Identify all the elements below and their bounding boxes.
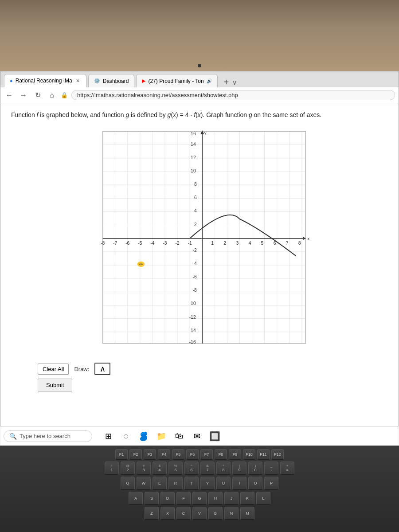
back-button[interactable]: ← bbox=[4, 91, 15, 99]
key-q[interactable]: Q bbox=[121, 477, 135, 490]
key-z[interactable]: Z bbox=[145, 507, 159, 520]
key-6[interactable]: ^6 bbox=[184, 462, 199, 475]
key-o[interactable]: O bbox=[248, 477, 262, 490]
key-f9[interactable]: F9 bbox=[229, 449, 241, 460]
tab-rational-reasoning[interactable]: ● Rational Reasoning IMa ✕ bbox=[4, 74, 86, 87]
y-tick-6: 6 bbox=[194, 195, 197, 200]
submit-button[interactable]: Submit bbox=[38, 379, 72, 391]
key-y[interactable]: Y bbox=[200, 477, 215, 490]
key-l[interactable]: L bbox=[256, 492, 270, 505]
reload-button[interactable]: ↻ bbox=[32, 91, 43, 99]
key-e[interactable]: E bbox=[153, 477, 167, 490]
key-f4[interactable]: F4 bbox=[158, 449, 170, 460]
key-s[interactable]: S bbox=[145, 492, 159, 505]
home-button[interactable]: ⌂ bbox=[47, 91, 57, 99]
y-axis-label: y bbox=[204, 130, 207, 135]
y-tick-n4: -4 bbox=[193, 261, 197, 266]
laptop-body: ● Rational Reasoning IMa ✕ ⚙️ Dashboard … bbox=[0, 71, 399, 532]
y-tick-10: 10 bbox=[191, 168, 196, 173]
tab-title-3: (27) Proud Family - Ton bbox=[148, 78, 203, 84]
tab-nav-chevron[interactable]: ∨ bbox=[232, 79, 237, 86]
key-3[interactable]: #3 bbox=[137, 462, 151, 475]
cortana-button[interactable]: ○ bbox=[119, 429, 133, 443]
key-t[interactable]: T bbox=[184, 477, 199, 490]
key-f1[interactable]: F1 bbox=[115, 449, 128, 460]
search-bar[interactable]: 🔍 Type here to search bbox=[4, 430, 92, 442]
key-0[interactable]: )0 bbox=[248, 462, 262, 475]
key-b[interactable]: B bbox=[208, 507, 223, 520]
x-tick-8: 8 bbox=[298, 241, 301, 246]
forward-button[interactable]: → bbox=[18, 91, 29, 99]
x-tick-1: 1 bbox=[211, 241, 214, 246]
key-u[interactable]: U bbox=[216, 477, 231, 490]
x-axis-label: x bbox=[307, 236, 310, 241]
key-f12[interactable]: F12 bbox=[271, 449, 284, 460]
y-tick-14: 14 bbox=[191, 142, 196, 147]
key-f8[interactable]: F8 bbox=[215, 449, 227, 460]
key-1[interactable]: !1 bbox=[105, 462, 119, 475]
address-input[interactable] bbox=[71, 90, 395, 100]
key-g[interactable]: G bbox=[192, 492, 207, 505]
key-m[interactable]: M bbox=[240, 507, 254, 520]
problem-statement: Function f is graphed below, and functio… bbox=[11, 110, 388, 120]
edge-button[interactable] bbox=[137, 429, 151, 443]
start-button[interactable]: ⊞ bbox=[101, 429, 115, 443]
tab-close-1[interactable]: ✕ bbox=[75, 78, 81, 84]
mail-button[interactable]: ✉ bbox=[190, 429, 204, 443]
ms-office-button[interactable]: 🔲 bbox=[207, 429, 222, 443]
key-r[interactable]: R bbox=[168, 477, 183, 490]
tab-nav-buttons: + ∨ bbox=[219, 77, 239, 87]
key-f11[interactable]: F11 bbox=[257, 449, 270, 460]
laptop-lid bbox=[0, 0, 399, 71]
key-c[interactable]: C bbox=[176, 507, 191, 520]
y-tick-16: 16 bbox=[191, 131, 196, 136]
key-p[interactable]: P bbox=[264, 477, 278, 490]
key-v[interactable]: V bbox=[192, 507, 207, 520]
x-tick-n7: -7 bbox=[113, 241, 117, 246]
tab-dashboard[interactable]: ⚙️ Dashboard bbox=[88, 74, 135, 87]
y-tick-4: 4 bbox=[194, 208, 197, 213]
key-a[interactable]: A bbox=[129, 492, 143, 505]
clear-all-button[interactable]: Clear All bbox=[38, 364, 69, 375]
key-f6[interactable]: F6 bbox=[186, 449, 199, 460]
tab-media[interactable]: ▶ (27) Proud Family - Ton 🔊 bbox=[136, 74, 217, 87]
key-4[interactable]: $4 bbox=[153, 462, 167, 475]
key-f7[interactable]: F7 bbox=[200, 449, 213, 460]
key-f5[interactable]: F5 bbox=[172, 449, 184, 460]
key-w[interactable]: W bbox=[137, 477, 151, 490]
key-9[interactable]: (9 bbox=[232, 462, 246, 475]
svg-text:✏: ✏ bbox=[139, 262, 143, 267]
draw-mode-button[interactable]: ∧ bbox=[94, 363, 110, 375]
coordinate-graph[interactable]: x y 1 2 3 4 5 6 7 8 -1 -2 -3 -4 -5 bbox=[84, 127, 315, 357]
key-2[interactable]: @2 bbox=[121, 462, 135, 475]
key-7[interactable]: &7 bbox=[200, 462, 215, 475]
key-n[interactable]: N bbox=[224, 507, 239, 520]
key-8[interactable]: *8 bbox=[216, 462, 231, 475]
store-button[interactable]: 🛍 bbox=[172, 429, 186, 443]
graph-container[interactable]: x y 1 2 3 4 5 6 7 8 -1 -2 -3 -4 -5 bbox=[84, 127, 315, 357]
key-i[interactable]: I bbox=[232, 477, 246, 490]
key-k[interactable]: K bbox=[240, 492, 254, 505]
key-5[interactable]: %5 bbox=[168, 462, 183, 475]
key-equals[interactable]: += bbox=[280, 462, 294, 475]
key-f3[interactable]: F3 bbox=[144, 449, 156, 460]
x-tick-n2: -2 bbox=[175, 241, 179, 246]
y-tick-n14: -14 bbox=[189, 328, 196, 333]
key-x[interactable]: X bbox=[160, 507, 175, 520]
key-minus[interactable]: _- bbox=[264, 462, 278, 475]
key-h[interactable]: H bbox=[208, 492, 223, 505]
svg-rect-0 bbox=[103, 131, 306, 343]
key-f10[interactable]: F10 bbox=[243, 449, 255, 460]
x-tick-n8: -8 bbox=[101, 241, 105, 246]
y-tick-n16: -16 bbox=[189, 340, 196, 344]
key-f2[interactable]: F2 bbox=[129, 449, 142, 460]
draw-peak-icon: ∧ bbox=[100, 365, 106, 373]
number-key-row: !1 @2 #3 $4 %5 ^6 &7 *8 (9 )0 _- += bbox=[105, 462, 294, 475]
key-f[interactable]: F bbox=[176, 492, 191, 505]
search-placeholder: Type here to search bbox=[20, 433, 70, 439]
file-explorer-button[interactable]: 📁 bbox=[154, 429, 168, 443]
tab-new-button[interactable]: + bbox=[221, 77, 232, 87]
key-j[interactable]: J bbox=[224, 492, 239, 505]
tab-title-1: Rational Reasoning IMa bbox=[16, 78, 72, 84]
key-d[interactable]: D bbox=[160, 492, 175, 505]
